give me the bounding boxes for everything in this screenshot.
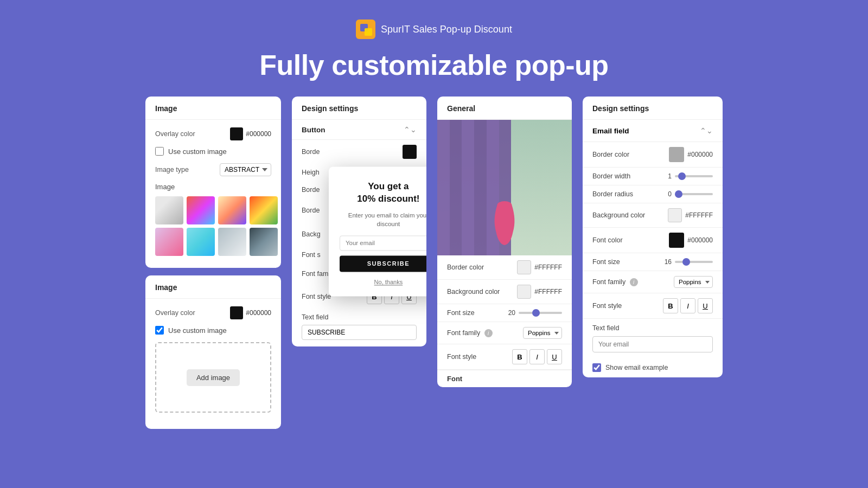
panel4-border-swatch[interactable]	[669, 147, 684, 162]
panel4-bg-hex: #FFFFFF	[685, 211, 713, 219]
panel4-border-radius-val: 0	[668, 190, 672, 198]
panel4-border-radius-row: Border radius 0	[583, 185, 723, 203]
panel4-border-color-val: #000000	[669, 147, 713, 162]
panel4-bg-color-val: #FFFFFF	[668, 208, 713, 222]
modal-no-thanks-button[interactable]: No, thanks	[374, 279, 403, 285]
panel1-title: Image	[145, 97, 281, 120]
panel3-italic-btn[interactable]: I	[529, 349, 545, 364]
stripe2	[450, 120, 462, 255]
panel4-border-width-val: 1	[668, 172, 672, 180]
panel3-font-family-select[interactable]: Poppins	[523, 327, 562, 339]
panel4-font-size-label: Font size	[592, 258, 620, 266]
dp2-label-borde3: Borde	[302, 207, 320, 214]
panel4-bold-btn[interactable]: B	[663, 298, 678, 313]
panel3-font-slider[interactable]	[519, 312, 562, 314]
panel4-bg-swatch[interactable]	[668, 208, 682, 222]
use-custom-image-checkbox-b[interactable]	[155, 326, 164, 335]
panel3-bg-color-label: Background color	[447, 288, 500, 296]
panel4-font-family-select[interactable]: Poppins	[674, 276, 713, 288]
panel3-font-style-group: B I U	[512, 349, 562, 364]
image-thumb-6[interactable]	[187, 228, 215, 256]
image-thumb-3[interactable]	[218, 196, 246, 224]
button-section-label: Button	[302, 126, 325, 134]
overlay-color-hex: #000000	[246, 130, 271, 138]
dp2-text-field-input[interactable]	[302, 325, 417, 340]
overlay-color-swatch[interactable]	[230, 127, 243, 140]
svg-rect-2	[365, 28, 372, 36]
header: SpurIT Sales Pop-up Discount Fully custo…	[0, 0, 868, 97]
panel4-border-hex: #000000	[687, 151, 713, 158]
panel3-font-family-info-icon: i	[484, 329, 493, 337]
image-thumb-4[interactable]	[250, 196, 278, 224]
panel4-border-width-label: Border width	[592, 172, 630, 180]
panel4-underline-btn[interactable]: U	[698, 298, 713, 313]
panel4-border-color-label: Border color	[592, 151, 629, 158]
panel4-font-hex: #000000	[687, 236, 713, 244]
panel4-text-field-label: Text field	[592, 324, 713, 332]
panel3-bg-swatch[interactable]	[517, 285, 531, 299]
modal-subtitle: Enter you email to claim your discount	[340, 211, 426, 228]
dp2-swatch-borde1[interactable]	[403, 145, 417, 159]
panel4-text-field-input[interactable]	[592, 336, 713, 352]
panel3-border-color-label: Border color	[447, 264, 484, 271]
panel-general: General Border color #FFFFFF	[437, 97, 572, 387]
panel3-font-style-label: Font style	[447, 353, 476, 361]
use-custom-image-label: Use custom image	[168, 147, 227, 156]
panel4-italic-btn[interactable]: I	[680, 298, 695, 313]
panel4-font-style-group: B I U	[663, 298, 713, 313]
panel4-font-size-wrap: 16	[665, 258, 713, 266]
use-custom-image-row-b[interactable]: Use custom image	[155, 326, 271, 335]
panel4-font-color-row: Font color #000000	[583, 228, 723, 253]
use-custom-image-row[interactable]: Use custom image	[155, 147, 271, 156]
panel3-border-color-row: Border color #FFFFFF	[437, 255, 572, 280]
logo-text: SpurIT Sales Pop-up Discount	[381, 24, 512, 35]
show-email-label: Show email example	[605, 364, 668, 371]
add-image-area[interactable]: Add image	[155, 342, 271, 413]
panel3-font-size-val: 20	[508, 309, 515, 317]
show-email-checkbox[interactable]	[592, 363, 601, 372]
panel3-border-color-val: #FFFFFF	[517, 260, 562, 274]
panel3-bg-color-row: Background color #FFFFFF	[437, 280, 572, 304]
image-thumb-5[interactable]	[155, 228, 183, 256]
show-email-row: Show email example	[583, 358, 723, 377]
panel4-font-slider[interactable]	[675, 261, 713, 263]
button-section-row: Button ⌃⌄	[292, 120, 426, 140]
dp2-text-field-section: Text field	[292, 309, 426, 346]
panel4-font-color-label: Font color	[592, 236, 623, 244]
overlay-color-row-b: Overlay color #000000	[155, 306, 271, 319]
panel4-border-width-row: Border width 1	[583, 168, 723, 185]
panel3-bold-btn[interactable]: B	[512, 349, 527, 364]
panel3-font-size-label: Font size	[447, 309, 475, 317]
panel3-font-family-row: Font family i Poppins	[437, 322, 572, 344]
stripe4	[474, 120, 487, 255]
overlay-color-val-b: #000000	[230, 306, 271, 319]
image-type-select[interactable]: ABSTRACT	[220, 163, 271, 176]
panel4-font-style-row: Font style B I U	[583, 293, 723, 319]
image-thumb-1[interactable]	[155, 196, 183, 224]
panel3-border-swatch[interactable]	[517, 260, 531, 274]
logo-icon	[356, 20, 375, 39]
panel3-border-hex: #FFFFFF	[534, 264, 562, 271]
panel-image-bottom: Image Overlay color #000000 Use custom i…	[145, 275, 281, 429]
image-type-label: Image type	[155, 166, 189, 174]
main-title: Fully customizable pop-up	[0, 49, 868, 81]
overlay-color-label-b: Overlay color	[155, 309, 195, 317]
use-custom-image-checkbox[interactable]	[155, 147, 164, 156]
modal-email-input[interactable]	[340, 235, 426, 251]
overlay-color-swatch-b[interactable]	[230, 306, 243, 319]
email-field-header: Email field ⌃⌄	[583, 120, 723, 142]
panel4-border-radius-slider[interactable]	[675, 193, 713, 195]
panels-main-row: Image Overlay color #000000 Use custom i…	[0, 97, 868, 429]
panel4-font-swatch[interactable]	[669, 233, 684, 248]
panel3-underline-btn[interactable]: U	[547, 349, 562, 364]
dp2-text-field-label: Text field	[302, 313, 417, 321]
image-thumb-8[interactable]	[250, 228, 278, 256]
overlay-color-hex-b: #000000	[246, 309, 271, 317]
add-image-button[interactable]: Add image	[187, 369, 240, 386]
modal-box[interactable]: ✕ You get a10% discount! Enter you email…	[329, 166, 426, 296]
image-thumb-2[interactable]	[187, 196, 215, 224]
image-type-row: Image type ABSTRACT	[155, 163, 271, 176]
image-thumb-7[interactable]	[218, 228, 246, 256]
modal-subscribe-button[interactable]: SUBSCRIBE	[340, 255, 426, 272]
panel4-border-width-slider[interactable]	[675, 175, 713, 177]
